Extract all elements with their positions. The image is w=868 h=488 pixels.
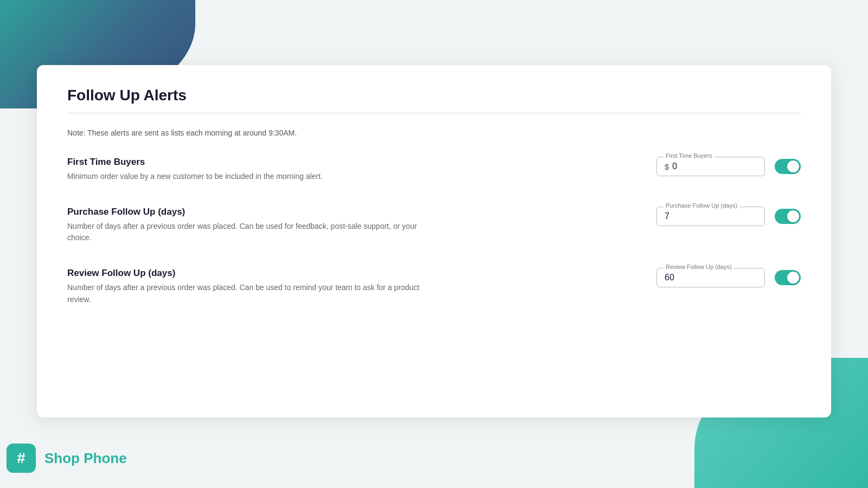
field-input-review-follow-up[interactable]	[665, 273, 708, 282]
alert-desc-first-time-buyers: Minimum order value by a new customer to…	[67, 171, 436, 183]
alert-info-first-time-buyers: First Time Buyers Minimum order value by…	[67, 157, 436, 183]
toggle-slider-purchase-follow-up	[775, 209, 801, 224]
field-box-purchase-follow-up: Purchase Follow Up (days)	[656, 207, 765, 226]
page-title: Follow Up Alerts	[67, 87, 801, 104]
field-input-first-time-buyers[interactable]	[672, 162, 716, 171]
field-inner-review-follow-up	[665, 273, 757, 282]
toggle-slider-first-time-buyers	[775, 159, 801, 174]
toggle-purchase-follow-up[interactable]	[775, 209, 801, 224]
alert-info-review-follow-up: Review Follow Up (days) Number of days a…	[67, 268, 436, 305]
field-inner-first-time-buyers: $	[665, 162, 757, 171]
alert-controls-first-time-buyers: First Time Buyers $	[656, 157, 801, 176]
title-divider	[67, 113, 801, 113]
alert-controls-purchase-follow-up: Purchase Follow Up (days)	[656, 207, 801, 226]
alert-row-review-follow-up: Review Follow Up (days) Number of days a…	[67, 268, 801, 305]
alert-desc-review-follow-up: Number of days after a previous order wa…	[67, 282, 436, 305]
alert-title-first-time-buyers: First Time Buyers	[67, 157, 436, 168]
field-legend-purchase-follow-up: Purchase Follow Up (days)	[663, 202, 739, 209]
field-box-first-time-buyers: First Time Buyers $	[656, 157, 765, 176]
field-box-review-follow-up: Review Follow Up (days)	[656, 268, 765, 287]
brand-bar: # Shop Phone	[7, 444, 127, 473]
field-inner-purchase-follow-up	[665, 211, 757, 221]
alert-controls-review-follow-up: Review Follow Up (days)	[656, 268, 801, 287]
toggle-review-follow-up[interactable]	[775, 270, 801, 285]
toggle-first-time-buyers[interactable]	[775, 159, 801, 174]
field-legend-first-time-buyers: First Time Buyers	[663, 152, 714, 159]
alert-desc-purchase-follow-up: Number of days after a previous order wa…	[67, 221, 436, 244]
brand-name: Shop Phone	[44, 450, 127, 467]
toggle-slider-review-follow-up	[775, 270, 801, 285]
main-card: Follow Up Alerts Note: These alerts are …	[37, 65, 831, 418]
logo-icon: #	[7, 444, 36, 473]
alert-info-purchase-follow-up: Purchase Follow Up (days) Number of days…	[67, 207, 436, 244]
alert-row-purchase-follow-up: Purchase Follow Up (days) Number of days…	[67, 207, 801, 244]
logo-symbol: #	[17, 451, 25, 466]
alert-title-purchase-follow-up: Purchase Follow Up (days)	[67, 207, 436, 217]
field-input-purchase-follow-up[interactable]	[665, 211, 708, 221]
alerts-container: First Time Buyers Minimum order value by…	[67, 157, 801, 305]
field-prefix: $	[665, 162, 669, 171]
alert-row-first-time-buyers: First Time Buyers Minimum order value by…	[67, 157, 801, 183]
note-text: Note: These alerts are sent as lists eac…	[67, 129, 801, 137]
field-legend-review-follow-up: Review Follow Up (days)	[663, 264, 734, 270]
alert-title-review-follow-up: Review Follow Up (days)	[67, 268, 436, 279]
